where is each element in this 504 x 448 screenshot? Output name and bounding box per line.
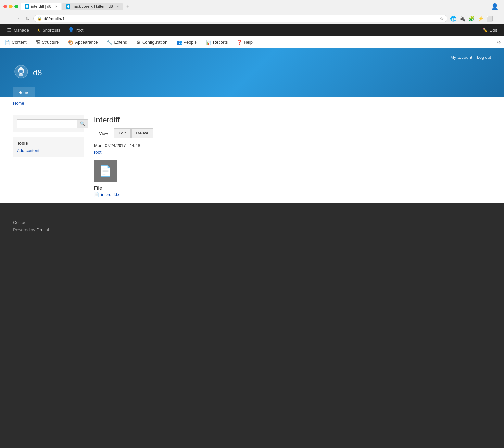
file-document-icon: 📄 [99,165,112,177]
admin-bar-right: ✏️ Edit [479,24,501,36]
browser-profile[interactable]: 👤 [491,3,501,10]
browser-tab-1[interactable]: interdiff | d8 ✕ [21,3,61,10]
menu-item-structure-label: Structure [42,40,59,45]
log-out-link[interactable]: Log out [477,55,491,60]
menu-item-appearance-label: Appearance [75,40,98,45]
menu-item-extend-label: Extend [114,40,127,45]
tab-delete[interactable]: Delete [131,128,153,138]
site-footer: Contact Powered by Drupal [0,203,504,242]
add-content-link[interactable]: Add content [17,148,81,153]
drupal-logo[interactable] [13,65,29,81]
menu-item-help[interactable]: ❓ Help [232,36,257,48]
star-icon: ★ [37,28,41,32]
appearance-icon: 🎨 [68,40,73,45]
menu-item-content[interactable]: 📄 Content [0,36,31,48]
menu-icon[interactable]: ⋮ [496,16,501,22]
site-logo-area: d8 [13,61,491,84]
extension-icon-2[interactable]: 🔌 [459,16,466,22]
secure-icon: 🔒 [37,16,42,21]
extension-icon-3[interactable]: 🧩 [468,16,475,22]
admin-bar-left: ☰ Manage ★ Shortcuts 👤 root [3,24,87,36]
menu-item-people[interactable]: 👥 People [172,36,201,48]
back-button[interactable]: ← [3,15,11,22]
manage-label: Manage [14,28,29,32]
breadcrumb-bar: Home [0,97,504,109]
file-link[interactable]: interdiff.txt [101,192,120,197]
menu-item-reports[interactable]: 📊 Reports [201,36,233,48]
collapse-sidebar-icon[interactable]: ⇔ [497,39,501,45]
close-window-button[interactable] [3,5,7,8]
footer-powered: Powered by Drupal [13,227,491,232]
forward-button[interactable]: → [14,15,21,22]
manage-button[interactable]: ☰ Manage [3,24,33,36]
search-input[interactable] [17,119,77,128]
browser-title-bar: interdiff | d8 ✕ hack core kill kitten |… [0,0,504,13]
user-button[interactable]: 👤 root [64,24,87,36]
menu-item-content-label: Content [12,40,27,45]
shortcuts-label: Shortcuts [43,28,60,32]
address-input[interactable] [44,16,438,21]
search-button[interactable]: 🔍 [77,119,88,128]
edit-button[interactable]: ✏️ Edit [479,24,501,36]
article-content: interdiff View Edit Delete Mon, 07/24/20… [94,115,491,197]
search-form: 🔍 [17,119,81,128]
my-account-link[interactable]: My account [450,55,472,60]
file-link-row: 📄 interdiff.txt [94,192,491,197]
tools-block: Tools Add content [13,137,84,157]
reload-button[interactable]: ↻ [24,15,31,22]
breadcrumb: Home [13,101,491,106]
extension-icon-4[interactable]: ⚡ [477,16,484,22]
extension-icon-5[interactable]: ⬜ [486,16,493,22]
configuration-icon: ⚙ [136,40,141,45]
browser-chrome: interdiff | d8 ✕ hack core kill kitten |… [0,0,504,24]
drupal-admin-bar: ☰ Manage ★ Shortcuts 👤 root ✏️ Edit [0,24,504,36]
breadcrumb-home[interactable]: Home [13,101,24,106]
sidebar: 🔍 Tools Add content [13,115,84,197]
extension-icon-1[interactable]: 🌐 [450,16,457,22]
site-wrapper: ☰ Manage ★ Shortcuts 👤 root ✏️ Edit 📄 Co… [0,24,504,203]
menu-item-appearance[interactable]: 🎨 Appearance [63,36,102,48]
article-tabs: View Edit Delete [94,128,491,138]
file-label: File [94,186,491,191]
shortcuts-button[interactable]: ★ Shortcuts [33,24,64,36]
browser-window-controls [3,5,18,8]
new-tab-button[interactable]: + [124,4,132,9]
browser-tab-2[interactable]: hack core kill kitten | d8 ✕ [62,3,123,10]
reports-icon: 📊 [206,40,211,45]
edit-label: Edit [490,28,497,32]
address-bar[interactable]: 🔒 ☆ [33,15,447,22]
menu-bar-right: ⇔ [497,39,504,45]
menu-item-extend[interactable]: 🔧 Extend [102,36,132,48]
footer-contact-link[interactable]: Contact [13,220,491,225]
main-content-area: 🔍 Tools Add content interdiff View Edit … [0,109,504,203]
tab-close-1[interactable]: ✕ [55,5,57,9]
menu-item-configuration-label: Configuration [142,40,167,45]
tab-edit[interactable]: Edit [114,128,131,138]
people-icon: 👥 [176,40,182,45]
article-date: Mon, 07/24/2017 - 14:48 [94,143,491,148]
file-link-icon: 📄 [94,192,99,197]
tab-close-2[interactable]: ✕ [116,5,119,9]
site-name: d8 [33,68,42,77]
tab-title-2: hack core kill kitten | d8 [72,4,113,9]
tab-view[interactable]: View [94,129,113,138]
star-icon[interactable]: ☆ [440,16,444,21]
maximize-window-button[interactable] [14,5,18,8]
minimize-window-button[interactable] [9,5,13,8]
menu-item-configuration[interactable]: ⚙ Configuration [132,36,172,48]
site-nav: Home [13,87,491,97]
search-block: 🔍 [13,115,84,132]
article-title: interdiff [94,115,491,124]
site-header: My account Log out d8 Home [0,48,504,97]
help-icon: ❓ [237,40,242,45]
file-icon-block: 📄 [94,160,117,182]
site-nav-home[interactable]: Home [13,87,35,97]
site-header-links: My account Log out [450,55,491,60]
menu-item-structure[interactable]: 🏗 Structure [31,36,64,48]
hamburger-icon: ☰ [7,27,12,33]
article-author[interactable]: root [94,150,101,155]
menu-item-help-label: Help [244,40,253,45]
drupal-link[interactable]: Drupal [36,227,49,232]
tools-title: Tools [17,141,81,146]
structure-icon: 🏗 [36,40,40,45]
